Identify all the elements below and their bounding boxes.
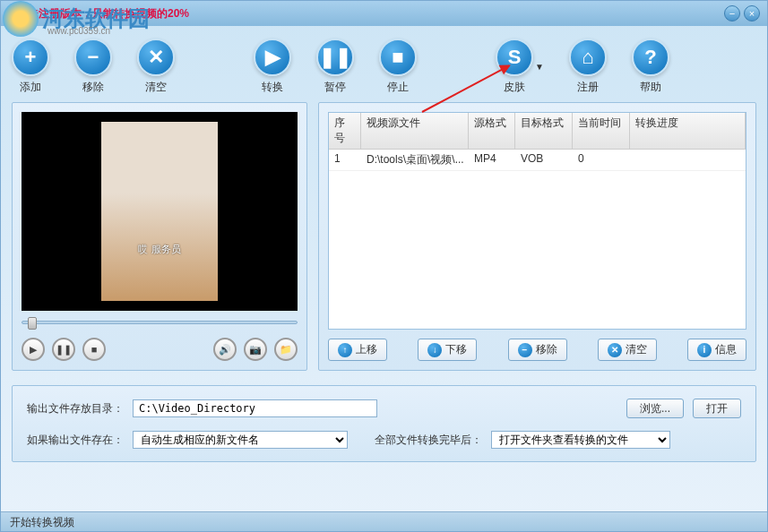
question-icon: ? bbox=[632, 39, 669, 76]
preview-controls: ▶ ❚❚ ■ 🔊 📷 📁 bbox=[22, 338, 298, 361]
toolbar: + 添加 − 移除 ✕ 清空 ▶ 转换 ❚❚ 暂停 ■ 停止 S 皮肤 bbox=[1, 26, 767, 102]
preview-stop-button[interactable]: ■ bbox=[82, 338, 106, 361]
pause-icon: ❚❚ bbox=[316, 39, 354, 76]
movedown-button[interactable]: ↓下移 bbox=[418, 339, 477, 361]
browse-button[interactable]: 浏览... bbox=[626, 399, 684, 418]
clear-button[interactable]: ✕ 清空 bbox=[137, 39, 175, 95]
after-convert-label: 全部文件转换完毕后： bbox=[375, 433, 482, 448]
mid-section: 哎 服务员 ▶ ❚❚ ■ 🔊 📷 📁 序号 视频源文件 源格 bbox=[1, 102, 767, 371]
output-settings-panel: 输出文件存放目录： 浏览... 打开 如果输出文件存在： 自动生成相应的新文件名… bbox=[12, 385, 756, 462]
titlebar: 未注册版本，只能转换视频的20% − × bbox=[1, 1, 767, 26]
file-exists-select[interactable]: 自动生成相应的新文件名 bbox=[133, 431, 348, 449]
preview-caption: 哎 服务员 bbox=[138, 243, 180, 256]
table-header: 序号 视频源文件 源格式 目标格式 当前时间 转换进度 bbox=[329, 113, 746, 150]
list-remove-button[interactable]: −移除 bbox=[508, 339, 567, 361]
table-row[interactable]: 1 D:\tools\桌面\视频\... MP4 VOB 0 bbox=[329, 150, 746, 171]
minus-icon: − bbox=[518, 343, 532, 357]
open-button[interactable]: 打开 bbox=[693, 399, 741, 418]
arrow-up-icon: ↑ bbox=[338, 343, 352, 357]
title-text: 未注册版本，只能转换视频的20% bbox=[28, 6, 724, 21]
stop-button[interactable]: ■ 停止 bbox=[379, 39, 417, 95]
x-icon: ✕ bbox=[137, 39, 175, 76]
minus-icon: − bbox=[74, 39, 112, 76]
info-icon: i bbox=[697, 343, 712, 357]
file-table[interactable]: 序号 视频源文件 源格式 目标格式 当前时间 转换进度 1 D:\tools\桌… bbox=[328, 112, 746, 330]
app-window: 河东软件园 www.pc0359.cn 未注册版本，只能转换视频的20% − ×… bbox=[0, 0, 768, 532]
list-action-buttons: ↑上移 ↓下移 −移除 ✕清空 i信息 bbox=[328, 339, 746, 361]
plus-icon: + bbox=[12, 39, 49, 76]
col-srcfmt[interactable]: 源格式 bbox=[469, 113, 515, 149]
output-dir-input[interactable] bbox=[133, 399, 377, 417]
snapshot-button[interactable]: 📷 bbox=[244, 338, 267, 361]
stop-icon: ■ bbox=[379, 39, 417, 76]
status-text: 开始转换视频 bbox=[10, 516, 74, 528]
x-icon: ✕ bbox=[608, 343, 622, 357]
add-button[interactable]: + 添加 bbox=[12, 39, 49, 95]
moveup-button[interactable]: ↑上移 bbox=[328, 339, 387, 361]
col-time[interactable]: 当前时间 bbox=[573, 113, 630, 149]
register-button[interactable]: ⌂ 注册 bbox=[569, 39, 607, 95]
arrow-down-icon: ↓ bbox=[427, 343, 442, 357]
col-index[interactable]: 序号 bbox=[329, 113, 361, 149]
col-source[interactable]: 视频源文件 bbox=[361, 113, 469, 149]
close-button[interactable]: × bbox=[744, 5, 760, 21]
playback-slider[interactable] bbox=[22, 313, 298, 332]
open-folder-button[interactable]: 📁 bbox=[274, 338, 298, 361]
col-progress[interactable]: 转换进度 bbox=[630, 113, 746, 149]
preview-play-button[interactable]: ▶ bbox=[22, 338, 45, 361]
after-convert-select[interactable]: 打开文件夹查看转换的文件 bbox=[491, 431, 670, 449]
home-icon: ⌂ bbox=[569, 39, 607, 76]
preview-thumbnail: 哎 服务员 bbox=[101, 122, 218, 301]
volume-button[interactable]: 🔊 bbox=[213, 338, 237, 361]
status-bar: 开始转换视频 bbox=[1, 511, 767, 531]
skin-dropdown-arrow[interactable]: ▼ bbox=[535, 62, 544, 72]
info-button[interactable]: i信息 bbox=[687, 339, 746, 361]
pause-button[interactable]: ❚❚ 暂停 bbox=[316, 39, 354, 95]
help-button[interactable]: ? 帮助 bbox=[632, 39, 669, 95]
list-clear-button[interactable]: ✕清空 bbox=[598, 339, 657, 361]
play-icon: ▶ bbox=[254, 39, 291, 76]
remove-button[interactable]: − 移除 bbox=[74, 39, 112, 95]
file-list-panel: 序号 视频源文件 源格式 目标格式 当前时间 转换进度 1 D:\tools\桌… bbox=[318, 102, 756, 371]
col-dstfmt[interactable]: 目标格式 bbox=[515, 113, 573, 149]
slider-thumb[interactable] bbox=[28, 317, 37, 330]
minimize-button[interactable]: − bbox=[724, 5, 740, 21]
app-icon bbox=[8, 6, 22, 21]
file-exists-label: 如果输出文件存在： bbox=[27, 433, 124, 448]
output-dir-label: 输出文件存放目录： bbox=[27, 401, 124, 416]
preview-panel: 哎 服务员 ▶ ❚❚ ■ 🔊 📷 📁 bbox=[12, 102, 307, 371]
video-preview: 哎 服务员 bbox=[22, 112, 298, 311]
convert-button[interactable]: ▶ 转换 bbox=[254, 39, 291, 95]
preview-pause-button[interactable]: ❚❚ bbox=[52, 338, 75, 361]
